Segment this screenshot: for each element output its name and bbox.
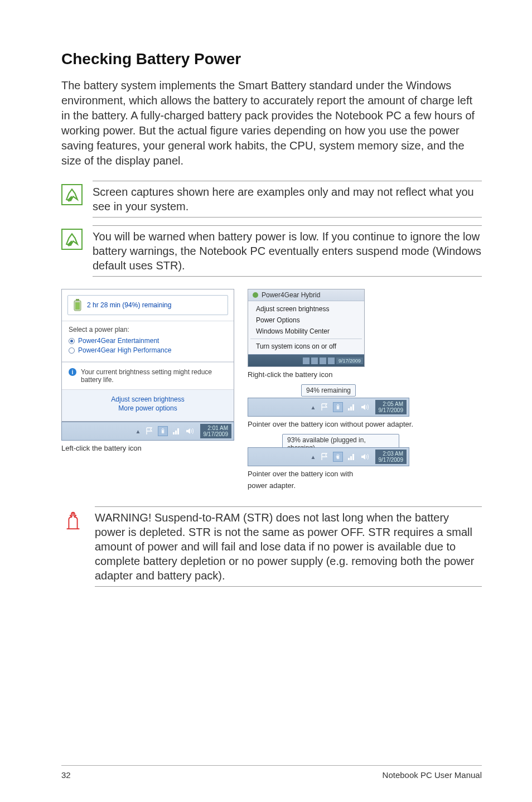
more-power-options-link[interactable]: More power options [62, 404, 234, 412]
power-plan-label-2: Power4Gear High Performance [78, 346, 171, 354]
warning-hand-icon [61, 509, 85, 532]
caption-right-2: Pointer over the battery icon without po… [248, 420, 482, 428]
page-number: 32 [61, 770, 71, 780]
mini-icon [328, 357, 335, 364]
caption-left: Left-click the battery icon [61, 444, 234, 452]
tray-overflow-icon[interactable]: ▲ [136, 428, 141, 434]
pencil-note-icon [61, 229, 83, 250]
tray-date: 9/17/2009 [379, 407, 404, 413]
intro-paragraph: The battery system implements the Smart … [61, 78, 482, 168]
tray-date: 9/17/2009 [204, 431, 229, 437]
tray-time: 2:01 AM [204, 425, 229, 431]
battery-context-menu: Power4Gear Hybrid Adjust screen brightne… [248, 289, 365, 367]
flag-icon[interactable] [144, 426, 154, 436]
page-heading: Checking Battery Power [61, 50, 482, 68]
tray-overflow-icon[interactable]: ▲ [311, 404, 316, 410]
mini-icon [320, 357, 326, 364]
caption-right-3b: power adapter. [248, 481, 482, 490]
battery-charging-tray-icon[interactable] [333, 452, 343, 462]
tray-time: 2:03 AM [379, 451, 404, 457]
taskbar-tray-left: ▲ 2:01 AM 9/17/2009 [61, 422, 234, 441]
volume-icon[interactable] [185, 426, 195, 436]
svg-rect-5 [162, 428, 163, 429]
pencil-note-icon [61, 184, 83, 205]
note-block-1: Screen captures shown here are examples … [61, 181, 482, 218]
network-icon[interactable] [171, 426, 181, 436]
mini-icon [303, 357, 309, 364]
warning-text: WARNING! Suspend-to-RAM (STR) does not l… [95, 506, 482, 587]
flag-icon[interactable] [320, 452, 330, 462]
radio-unselected-icon [69, 347, 75, 354]
note-text-1: Screen captures shown here are examples … [93, 181, 482, 218]
battery-tray-icon[interactable] [158, 426, 168, 436]
tray-time: 2:05 AM [379, 401, 404, 407]
caption-right-1: Right-click the battery icon [248, 370, 482, 379]
battery-tray-icon[interactable] [333, 402, 343, 412]
mini-icon [311, 357, 318, 364]
power-popup: 2 hr 28 min (94%) remaining Select a pow… [61, 289, 234, 422]
ctx-menu-title-row[interactable]: Power4Gear Hybrid [248, 289, 364, 301]
network-icon[interactable] [346, 402, 356, 412]
tray-clock[interactable]: 2:03 AM 9/17/2009 [375, 450, 407, 464]
ctx-divider [250, 339, 362, 339]
svg-rect-7 [337, 406, 338, 409]
radio-selected-icon [69, 338, 75, 344]
ctx-mini-tray: 9/17/2009 [248, 354, 364, 366]
page-footer: 32 Notebook PC User Manual [61, 765, 482, 780]
warning-block: WARNING! Suspend-to-RAM (STR) does not l… [61, 506, 482, 587]
tray-overflow-icon[interactable]: ▲ [311, 454, 316, 460]
svg-rect-4 [162, 430, 163, 433]
tray-clock[interactable]: 2:01 AM 9/17/2009 [200, 424, 232, 438]
tray-clock[interactable]: 2:05 AM 9/17/2009 [375, 400, 407, 414]
volume-icon[interactable] [360, 452, 370, 462]
power4gear-icon [253, 292, 258, 298]
manual-title: Notebook PC User Manual [383, 770, 482, 780]
power-plan-option-2[interactable]: Power4Gear High Performance [69, 346, 227, 354]
info-icon: i [69, 368, 76, 376]
svg-rect-2 [75, 302, 80, 310]
power-plan-label-1: Power4Gear Entertainment [78, 337, 159, 345]
tray-date: 9/17/2009 [379, 457, 404, 463]
ctx-item-mobility-center[interactable]: Windows Mobility Center [248, 326, 364, 337]
taskbar-tray-mid: ▲ 2:05 AM 9/17/2009 [248, 398, 409, 417]
flag-icon[interactable] [320, 402, 330, 412]
ctx-mini-date: 9/17/2009 [336, 357, 363, 364]
caption-right-3a: Pointer over the battery icon with [248, 470, 482, 478]
ctx-item-system-icons[interactable]: Turn system icons on or off [248, 341, 364, 352]
svg-rect-8 [337, 404, 338, 405]
battery-tooltip-remaining: 94% remaining [301, 384, 356, 397]
adjust-brightness-link[interactable]: Adjust screen brightness [62, 395, 234, 403]
volume-icon[interactable] [360, 402, 370, 412]
power-plan-option-1[interactable]: Power4Gear Entertainment [69, 337, 227, 345]
battery-remaining-box: 2 hr 28 min (94%) remaining [67, 295, 228, 315]
ctx-menu-title: Power4Gear Hybrid [262, 291, 320, 299]
network-icon[interactable] [346, 452, 356, 462]
note-block-2: You will be warned when battery power is… [61, 225, 482, 277]
battery-remaining-text: 2 hr 28 min (94%) remaining [87, 301, 171, 309]
brightness-info-text: Your current brightness setting might re… [81, 368, 227, 384]
note-text-2: You will be warned when battery power is… [93, 225, 482, 277]
ctx-item-power-options[interactable]: Power Options [248, 315, 364, 326]
power-plan-title: Select a power plan: [69, 326, 227, 334]
taskbar-tray-bottom: ▲ 2:03 AM 9/17/2009 [248, 447, 409, 466]
battery-icon [74, 299, 81, 311]
ctx-item-brightness[interactable]: Adjust screen brightness [248, 303, 364, 315]
